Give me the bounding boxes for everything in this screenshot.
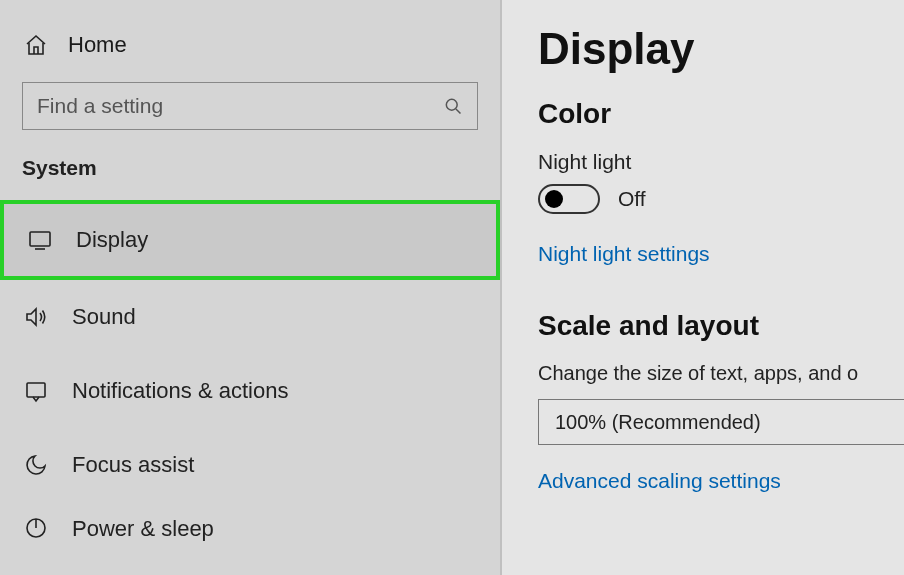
sidebar-home[interactable]: Home [0,22,500,82]
night-light-state: Off [618,187,646,211]
scale-select-value: 100% (Recommended) [555,411,761,434]
advanced-scaling-link[interactable]: Advanced scaling settings [538,469,781,493]
section-scale-layout: Scale and layout [538,310,904,342]
focus-assist-icon [24,453,48,477]
scale-description: Change the size of text, apps, and o [538,362,904,385]
sidebar-section-label: System [0,152,500,200]
main-panel: Display Color Night light Off Night ligh… [502,0,904,575]
sidebar-item-label: Power & sleep [72,516,214,542]
sidebar-item-label: Focus assist [72,452,194,478]
sidebar-item-focus-assist[interactable]: Focus assist [0,428,500,502]
sidebar-home-label: Home [68,32,127,58]
svg-rect-2 [30,232,50,246]
sidebar: Home System Display [0,0,502,575]
svg-point-0 [446,99,457,110]
home-icon [24,33,48,57]
night-light-toggle[interactable] [538,184,600,214]
search-container [0,82,500,152]
sidebar-item-notifications[interactable]: Notifications & actions [0,354,500,428]
search-input[interactable] [37,94,443,118]
section-color: Color [538,98,904,130]
search-icon [443,96,463,116]
night-light-label: Night light [538,150,904,174]
sidebar-item-label: Display [76,227,148,253]
sidebar-item-label: Sound [72,304,136,330]
power-icon [24,516,48,540]
search-box[interactable] [22,82,478,130]
night-light-toggle-row: Off [538,184,904,214]
sidebar-item-power-sleep[interactable]: Power & sleep [0,502,500,552]
scale-select[interactable]: 100% (Recommended) [538,399,904,445]
display-icon [28,228,52,252]
night-light-settings-link[interactable]: Night light settings [538,242,710,266]
sound-icon [24,305,48,329]
toggle-knob [545,190,563,208]
sidebar-item-display[interactable]: Display [0,200,500,280]
svg-line-1 [456,109,461,114]
sidebar-item-sound[interactable]: Sound [0,280,500,354]
sidebar-item-label: Notifications & actions [72,378,288,404]
notifications-icon [24,379,48,403]
svg-rect-4 [27,383,45,397]
page-title: Display [538,24,904,74]
